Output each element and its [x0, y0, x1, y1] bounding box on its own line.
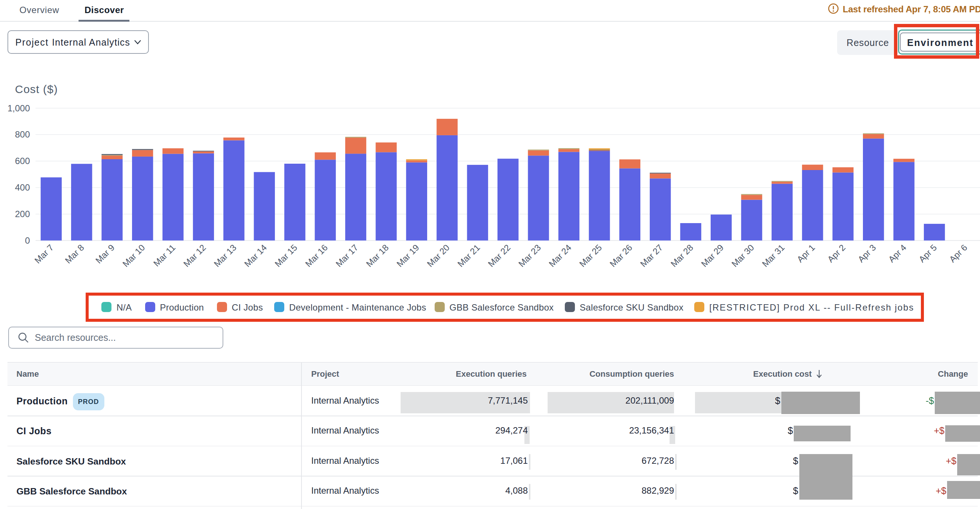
svg-text:Mar 7: Mar 7: [33, 243, 56, 265]
svg-text:Mar 17: Mar 17: [334, 243, 360, 269]
svg-text:Mar 28: Mar 28: [669, 243, 695, 269]
svg-text:0: 0: [25, 235, 30, 246]
svg-text:Mar 10: Mar 10: [121, 243, 147, 269]
svg-text:Mar 16: Mar 16: [303, 243, 329, 269]
svg-text:200: 200: [15, 209, 30, 219]
svg-text:Mar 8: Mar 8: [63, 243, 86, 265]
svg-text:Mar 26: Mar 26: [608, 243, 634, 269]
svg-text:Mar 22: Mar 22: [486, 243, 512, 269]
svg-text:Mar 31: Mar 31: [760, 243, 786, 269]
svg-text:Apr 3: Apr 3: [856, 243, 878, 264]
svg-text:Apr 1: Apr 1: [795, 243, 817, 264]
svg-text:Mar 11: Mar 11: [151, 243, 177, 268]
svg-text:1,000: 1,000: [8, 103, 30, 113]
svg-text:Mar 27: Mar 27: [638, 243, 665, 269]
svg-text:Apr 6: Apr 6: [947, 243, 969, 264]
svg-text:Apr 5: Apr 5: [917, 243, 939, 264]
svg-text:Mar 12: Mar 12: [181, 243, 208, 269]
svg-text:Mar 15: Mar 15: [273, 243, 299, 269]
svg-text:Apr 2: Apr 2: [826, 243, 847, 264]
svg-text:Mar 24: Mar 24: [547, 243, 573, 269]
svg-text:600: 600: [15, 156, 30, 166]
svg-text:Mar 9: Mar 9: [94, 243, 116, 265]
svg-text:Apr 4: Apr 4: [886, 243, 908, 264]
svg-text:Mar 20: Mar 20: [425, 243, 452, 269]
svg-text:Mar 18: Mar 18: [364, 243, 390, 269]
svg-text:Mar 23: Mar 23: [517, 243, 543, 269]
svg-text:Mar 29: Mar 29: [700, 243, 725, 269]
svg-text:Mar 25: Mar 25: [578, 243, 604, 269]
svg-text:Mar 19: Mar 19: [395, 243, 421, 269]
svg-text:Mar 14: Mar 14: [242, 243, 269, 269]
svg-text:Mar 30: Mar 30: [730, 243, 756, 269]
svg-text:800: 800: [15, 129, 30, 140]
svg-text:Mar 13: Mar 13: [212, 243, 238, 269]
svg-text:Mar 21: Mar 21: [456, 243, 482, 269]
svg-text:400: 400: [15, 182, 30, 192]
